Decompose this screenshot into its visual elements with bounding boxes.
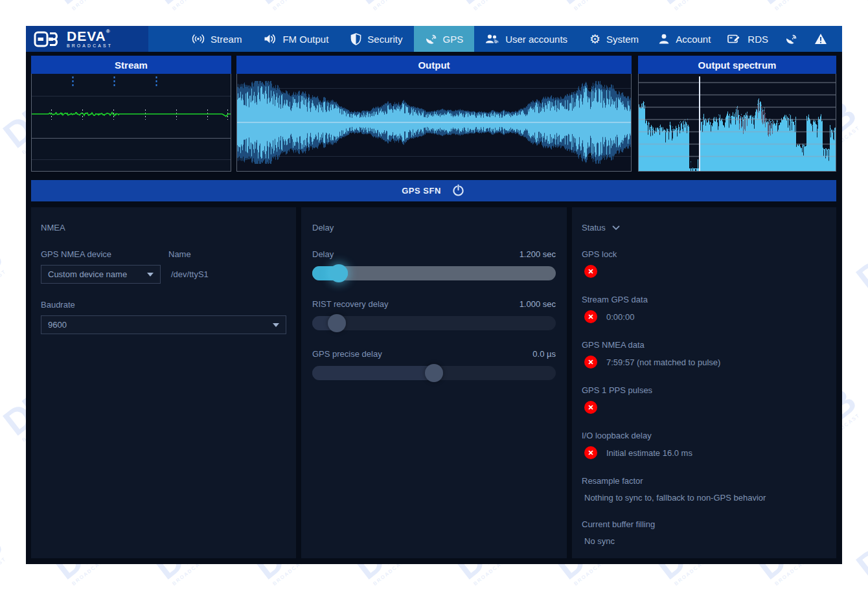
gps-lock-row: ✕ xyxy=(582,265,827,278)
status-heading: Status xyxy=(582,223,606,233)
power-button[interactable] xyxy=(451,183,466,198)
alarm-indicator[interactable] xyxy=(806,26,836,52)
rist-control-labels: RIST recovery delay 1.000 sec xyxy=(312,299,556,309)
device-name-value: /dev/ttyS1 xyxy=(171,269,209,279)
status-item: I/O loopback delay ✕ Initial estimate 16… xyxy=(582,431,827,459)
deva-watermark: DBBROADCAST xyxy=(450,0,512,14)
tab-user-accounts-label: User accounts xyxy=(505,34,567,45)
tab-system-label: System xyxy=(606,34,639,45)
gps-sfn-label: GPS SFN xyxy=(402,186,441,196)
current-buffer-filling-text: No sync xyxy=(582,536,827,546)
tab-system[interactable]: ⚙ System xyxy=(578,26,650,52)
error-badge: ✕ xyxy=(584,310,597,323)
deva-watermark: DBBROADCAST xyxy=(350,0,412,14)
chevron-down-icon xyxy=(612,225,620,231)
status-item: Stream GPS data ✕ 0:00:00 xyxy=(582,295,827,323)
gps-nmea-data-text: 7:59:57 (not matched to pulse) xyxy=(606,357,720,367)
current-buffer-filling-label: Current buffer filling xyxy=(582,519,827,529)
output-spectrum-panel-title: Output spectrum xyxy=(638,56,836,74)
stream-gps-data-label: Stream GPS data xyxy=(582,295,827,304)
output-canvas xyxy=(237,74,631,171)
speaker-icon xyxy=(264,33,277,45)
account-button[interactable]: Account xyxy=(650,26,719,52)
error-badge: ✕ xyxy=(584,401,597,414)
stream-panel-title: Stream xyxy=(31,56,231,74)
deva-watermark: DBBROADCAST xyxy=(852,241,868,301)
baudrate-label: Baudrate xyxy=(41,300,286,310)
gps-status-indicator[interactable] xyxy=(777,26,806,52)
deva-watermark: DBBROADCAST xyxy=(0,528,10,589)
deva-watermark: DBBROADCAST xyxy=(551,0,613,14)
status-item: GPS NMEA data ✕ 7:59:57 (not matched to … xyxy=(582,340,827,369)
nav-tabs: Stream FM Output Security xyxy=(181,26,650,52)
delay-slider[interactable] xyxy=(312,264,556,282)
tab-gps-label: GPS xyxy=(443,34,464,45)
stream-icon xyxy=(192,33,205,45)
tab-stream[interactable]: Stream xyxy=(181,26,253,52)
output-panel-body xyxy=(236,74,632,172)
brand-logo[interactable]: DEVA® BROADCAST xyxy=(26,26,148,52)
output-spectrum-canvas xyxy=(639,74,836,171)
stream-gps-data-text: 0:00:00 xyxy=(606,312,634,322)
top-nav: DEVA® BROADCAST Stream FM Output xyxy=(26,26,842,52)
deva-watermark: DBBROADCAST xyxy=(651,0,713,14)
deva-watermark: DBBROADCAST xyxy=(751,0,814,14)
status-heading-row[interactable]: Status xyxy=(582,223,827,233)
nmea-heading: NMEA xyxy=(41,223,286,233)
brand-registered: ® xyxy=(106,28,111,34)
delay-heading: Delay xyxy=(312,223,556,233)
gear-icon: ⚙ xyxy=(589,33,600,45)
rist-slider-track[interactable] xyxy=(312,316,556,330)
gps-nmea-data-row: ✕ 7:59:57 (not matched to pulse) xyxy=(582,356,827,369)
deva-watermark: DBBROADCAST xyxy=(249,0,312,14)
output-panel-title: Output xyxy=(236,56,632,74)
tab-gps[interactable]: GPS xyxy=(414,26,475,52)
error-badge: ✕ xyxy=(584,265,597,278)
chevron-down-icon xyxy=(147,273,154,277)
rds-edit-icon xyxy=(727,33,742,45)
precise-slider-fill xyxy=(312,366,443,380)
error-badge: ✕ xyxy=(584,446,597,459)
rist-slider-handle[interactable] xyxy=(328,314,346,332)
baudrate-select[interactable]: 9600 xyxy=(41,315,286,334)
rist-recovery-delay-slider[interactable] xyxy=(312,314,556,332)
gps-nmea-data-label: GPS NMEA data xyxy=(582,340,827,350)
precise-slider-handle[interactable] xyxy=(425,364,443,382)
status-item: Current buffer filling No sync xyxy=(582,519,827,546)
nav-right: Account RDS xyxy=(650,26,842,52)
status-item: Resample factor Nothing to sync to, fall… xyxy=(582,476,827,503)
output-spectrum-panel-body xyxy=(638,74,836,172)
page: DBBROADCASTDBBROADCASTDBBROADCASTDBBROAD… xyxy=(0,0,868,590)
tab-user-accounts[interactable]: User accounts xyxy=(474,26,578,52)
gps-sfn-bar: GPS SFN xyxy=(31,180,836,201)
delay-slider-track[interactable] xyxy=(312,266,556,280)
rds-button[interactable]: RDS xyxy=(719,26,777,52)
stream-panel-body xyxy=(31,74,231,172)
brand-name: DEVA xyxy=(67,28,106,43)
rist-recovery-delay-value: 1.000 sec xyxy=(520,299,556,309)
gps-precise-delay-slider[interactable] xyxy=(312,364,556,382)
stream-panel: Stream xyxy=(31,56,231,172)
tab-stream-label: Stream xyxy=(211,34,242,45)
person-icon xyxy=(658,33,670,45)
baudrate-value: 9600 xyxy=(48,320,67,330)
io-loopback-delay-row: ✕ Initial estimate 16.0 ms xyxy=(582,446,827,459)
tab-fm-output-label: FM Output xyxy=(282,34,328,45)
deva-watermark: DBBROADCAST xyxy=(852,528,868,589)
rds-label: RDS xyxy=(748,34,768,45)
account-label: Account xyxy=(676,34,711,45)
gps-nmea-device-value: Custom device name xyxy=(48,269,127,279)
precise-control-labels: GPS precise delay 0.0 µs xyxy=(312,349,556,359)
tab-fm-output[interactable]: FM Output xyxy=(253,26,339,52)
delay-label: Delay xyxy=(312,249,334,259)
resample-factor-label: Resample factor xyxy=(582,476,827,486)
gps-1pps-pulses-label: GPS 1 PPS pulses xyxy=(582,385,827,395)
deva-watermark: DBBROADCAST xyxy=(852,0,868,14)
tab-security[interactable]: Security xyxy=(339,26,413,52)
nmea-labels-row: GPS NMEA device Name xyxy=(41,249,286,259)
deva-logo-icon xyxy=(34,31,61,47)
stream-canvas xyxy=(32,74,231,171)
brand-text: DEVA® BROADCAST xyxy=(67,29,113,49)
io-loopback-delay-label: I/O loopback delay xyxy=(582,431,827,440)
gps-nmea-device-select[interactable]: Custom device name xyxy=(41,265,161,284)
